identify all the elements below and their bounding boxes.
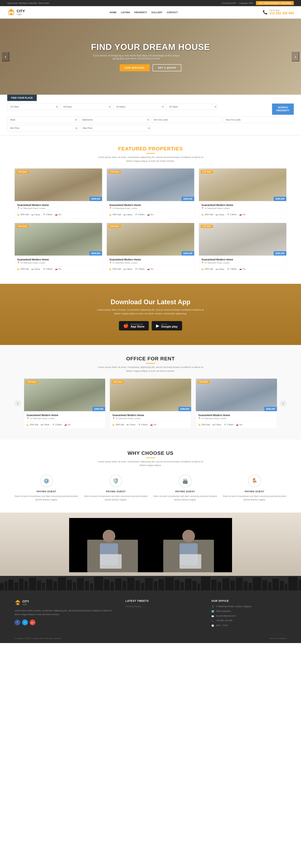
svg-rect-47 xyxy=(197,584,200,590)
svg-rect-27 xyxy=(73,582,76,590)
property-price: $385,000 xyxy=(274,251,287,255)
featured-description: Lorem ipsum dolor sit amet, consectetur … xyxy=(96,155,205,163)
office-next-button[interactable]: › xyxy=(280,400,287,407)
property-parking: 🚗 Yes xyxy=(64,424,71,426)
property-card[interactable]: FOR RENT$389,000Guaranteed Modern Home📍 … xyxy=(195,378,277,429)
status-select[interactable]: All Status xyxy=(113,103,164,110)
why-item-label: PAYING GUEST xyxy=(222,490,287,493)
property-parking: 🚗 Yes xyxy=(147,213,153,216)
property-parking: 🚗 Yes xyxy=(236,424,242,426)
svg-rect-33 xyxy=(111,582,114,590)
footer-grid: CITY night Lorem ipsum dolor sit amet, c… xyxy=(14,599,287,627)
property-card[interactable]: FOR SALE$399,000Guaranteed Modern Home📍 … xyxy=(110,378,191,429)
svg-rect-34 xyxy=(115,579,121,590)
max-area-input[interactable] xyxy=(223,117,294,123)
property-beds: 🛏 3 Beds xyxy=(216,213,224,216)
svg-rect-30 xyxy=(90,584,93,590)
property-address: 📍 14 Tottenham Road, London xyxy=(112,417,188,420)
property-card[interactable]: FOR RENT$389,000Guaranteed Modern Home📍 … xyxy=(199,168,287,218)
search-button[interactable]: SEARCHPROPERTY xyxy=(272,103,294,115)
svg-rect-51 xyxy=(222,578,230,590)
why-title: WHY CHOOSE US Lorem ipsum dolor sit amet… xyxy=(14,450,287,467)
min-area-input[interactable] xyxy=(151,117,222,123)
svg-rect-45 xyxy=(185,579,191,590)
googleplus-button[interactable]: g+ xyxy=(30,620,35,625)
area-select[interactable]: All Areas xyxy=(60,103,112,110)
svg-rect-37 xyxy=(136,581,140,590)
why-item: 🛡️PAYING GUESTDolor sit amet consectetue… xyxy=(84,474,148,501)
footer-about: CITY night Lorem ipsum dolor sit amet, c… xyxy=(14,599,115,627)
office-prev-button[interactable]: ‹ xyxy=(14,400,21,407)
min-price-select[interactable]: Min Price xyxy=(7,125,78,131)
max-price-select[interactable]: Max Price xyxy=(80,125,151,131)
footer-logo-text: CITY night xyxy=(23,600,29,606)
property-beds: 🛏 3 Beds xyxy=(123,213,132,216)
city-icon: 🏙️ xyxy=(211,610,214,613)
property-title: Guaranteed Modern Home xyxy=(109,258,192,261)
nav-item-contact[interactable]: CONTACT xyxy=(167,11,178,14)
twitter-button[interactable]: t xyxy=(22,620,28,625)
property-info: Guaranteed Modern Home📍 14 Tottenham Roa… xyxy=(14,201,102,218)
city-select[interactable]: All Cities xyxy=(7,103,58,110)
baths-select[interactable]: Bathrooms xyxy=(79,117,150,123)
contact-info: Call Us Now: 111 222 333 444 xyxy=(269,9,294,15)
property-image: FOR SALE$399,000 xyxy=(14,168,102,201)
property-image: FOR SALE$399,000 xyxy=(110,379,191,411)
phone-icon: 📞 xyxy=(263,10,268,15)
why-item-icon: ⚙️ xyxy=(40,474,53,487)
currency-selector[interactable]: (Currency) USD xyxy=(222,2,236,4)
property-card[interactable]: FOR SALE$399,000Guaranteed Modern Home📍 … xyxy=(14,168,102,218)
svg-rect-22 xyxy=(42,583,45,590)
office-email-item: ✉️ buycom@gmail.com xyxy=(211,615,287,618)
call-text: Call Us Now: xyxy=(269,9,294,11)
property-info: Guaranteed Modern Home📍 14 Tottenham Roa… xyxy=(24,411,105,428)
hero-next-button[interactable]: › xyxy=(292,52,299,61)
logo-text: CITY night xyxy=(17,9,25,16)
nav-item-property[interactable]: PROPERTY xyxy=(134,11,147,14)
property-image: FOR SALE$389,000 xyxy=(107,168,194,201)
googleplay-download-label: Get it on xyxy=(161,323,178,325)
why-item: 🪑PAYING GUESTDolor sit amet consectetuer… xyxy=(222,474,287,501)
property-baths: 🚿 2 Baths xyxy=(52,424,62,426)
terms-link[interactable]: Terms & Conditions xyxy=(269,637,287,640)
phone-number: 111 222 333 444 xyxy=(269,11,294,15)
property-address: 📍 14 Tottenham Road, London xyxy=(202,262,284,264)
googleplay-button[interactable]: ▶ Get it on Google play xyxy=(152,321,182,331)
property-card[interactable]: FOR SALE$389,000Guaranteed Modern Home📍 … xyxy=(24,378,106,429)
svg-rect-42 xyxy=(165,577,174,590)
list-property-button[interactable]: LIST YOUR PROPERTY FOR FREE xyxy=(256,1,294,5)
skyline-svg xyxy=(0,576,301,590)
beds-select[interactable]: Beds xyxy=(7,117,78,123)
get-quote-button[interactable]: GET A QUOTE xyxy=(153,64,182,71)
main-nav: HOMELISTINGPROPERTYGALLERYCONTACT xyxy=(110,11,178,14)
type-select[interactable]: All Types xyxy=(166,103,217,110)
property-title: Guaranteed Modern Home xyxy=(109,204,192,207)
property-card[interactable]: FOR RENT$385,000Guaranteed Modern Home📍 … xyxy=(199,223,287,273)
footer-logo: CITY night xyxy=(14,599,115,606)
property-sqft: 📐 3060 Sqft xyxy=(27,424,38,426)
property-parking: 🚗 Yes xyxy=(150,424,156,426)
property-info: Guaranteed Modern Home📍 14 Tottenham Roa… xyxy=(14,255,102,273)
property-card[interactable]: FOR SALE$399,000Guaranteed Modern Home📍 … xyxy=(14,223,102,273)
property-baths: 🚿 3 Baths xyxy=(227,213,237,216)
property-badge: FOR RENT xyxy=(201,170,213,174)
find-place-tab[interactable]: FIND YOUR PLACE xyxy=(7,95,37,101)
hero-prev-button[interactable]: ‹ xyxy=(2,52,9,61)
nav-item-listing[interactable]: LISTING xyxy=(121,11,130,14)
logo-icon xyxy=(7,8,15,16)
property-sqft: 📐 3000 Sqft xyxy=(202,213,213,216)
facebook-button[interactable]: f xyxy=(14,620,20,625)
search-grid-row2: Beds Bathrooms xyxy=(7,117,294,123)
language-selector[interactable]: Language: ENG xyxy=(239,2,253,4)
property-title: Guaranteed Modern Home xyxy=(17,258,99,261)
property-card[interactable]: FOR SALE$389,000Guaranteed Modern Home📍 … xyxy=(107,168,194,218)
property-badge: FOR SALE xyxy=(17,225,29,228)
property-info: Guaranteed Modern Home📍 14 Tottenham Roa… xyxy=(199,255,287,273)
property-card[interactable]: FOR SALE$395,000Guaranteed Modern Home📍 … xyxy=(107,223,194,273)
nav-item-home[interactable]: HOME xyxy=(110,11,117,14)
property-meta: 📐 3000 Sqft 🛏 3 Beds 🚿 3 Baths 🚗 Yes xyxy=(109,266,192,270)
nav-item-gallery[interactable]: GALLERY xyxy=(151,11,162,14)
appstore-button[interactable]: 🍎 Download on the App Store xyxy=(119,321,149,331)
our-services-button[interactable]: OUR SERVICES xyxy=(120,64,150,71)
why-item-icon: 🪑 xyxy=(248,474,261,487)
